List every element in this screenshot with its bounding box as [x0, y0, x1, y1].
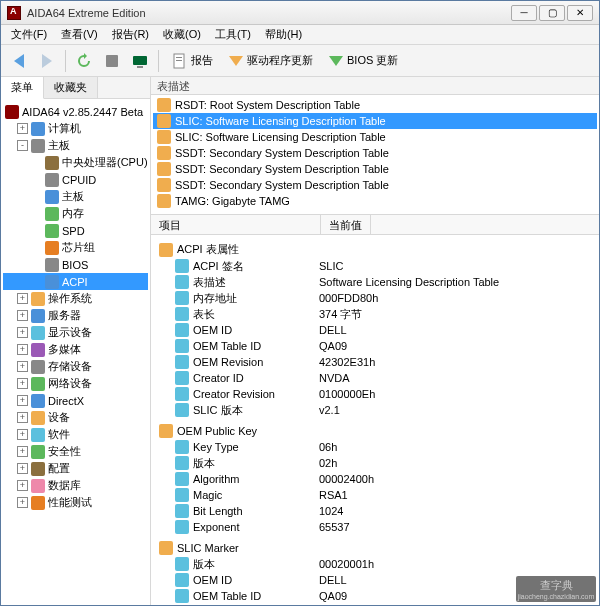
expand-toggle[interactable]: -	[17, 140, 28, 151]
tree-item[interactable]: +配置	[3, 460, 148, 477]
close-button[interactable]: ✕	[567, 5, 593, 21]
tree-item[interactable]: +计算机	[3, 120, 148, 137]
expand-toggle[interactable]: +	[17, 446, 28, 457]
property-row[interactable]: MagicRSA1	[153, 487, 597, 503]
menu-tools[interactable]: 工具(T)	[209, 25, 257, 44]
expand-toggle[interactable]: +	[17, 395, 28, 406]
minimize-button[interactable]: ─	[511, 5, 537, 21]
tree-item[interactable]: +数据库	[3, 477, 148, 494]
description-item[interactable]: SLIC: Software Licensing Description Tab…	[153, 113, 597, 129]
expand-toggle[interactable]: +	[17, 344, 28, 355]
property-key: Key Type	[193, 441, 239, 453]
refresh-button[interactable]	[72, 49, 96, 73]
description-item[interactable]: RSDT: Root System Description Table	[153, 97, 597, 113]
tree-item[interactable]: +性能测试	[3, 494, 148, 511]
menu-report[interactable]: 报告(R)	[106, 25, 155, 44]
description-item[interactable]: SSDT: Secondary System Description Table	[153, 161, 597, 177]
menu-favorites[interactable]: 收藏(O)	[157, 25, 207, 44]
expand-toggle[interactable]: +	[17, 497, 28, 508]
property-row[interactable]: 内存地址000FDD80h	[153, 290, 597, 306]
svg-rect-1	[133, 56, 147, 65]
expand-toggle[interactable]: +	[17, 412, 28, 423]
description-list[interactable]: RSDT: Root System Description TableSLIC:…	[151, 95, 599, 215]
tree-item-label: 性能测试	[48, 495, 92, 510]
menu-file[interactable]: 文件(F)	[5, 25, 53, 44]
property-key: OEM Revision	[193, 356, 263, 368]
property-row[interactable]: Key Type06h	[153, 439, 597, 455]
expand-toggle[interactable]: +	[17, 361, 28, 372]
maximize-button[interactable]: ▢	[539, 5, 565, 21]
menu-help[interactable]: 帮助(H)	[259, 25, 308, 44]
tree-item[interactable]: +操作系统	[3, 290, 148, 307]
tab-menu[interactable]: 菜单	[1, 77, 44, 99]
tree-root[interactable]: AIDA64 v2.85.2447 Beta	[3, 103, 148, 120]
property-row[interactable]: Creator IDNVDA	[153, 370, 597, 386]
property-row[interactable]: 表描述Software Licensing Description Table	[153, 274, 597, 290]
col-value[interactable]: 当前值	[321, 215, 371, 234]
back-button[interactable]	[7, 49, 31, 73]
tree-item[interactable]: +DirectX	[3, 392, 148, 409]
expand-toggle[interactable]: +	[17, 327, 28, 338]
property-row[interactable]: Exponent65537	[153, 519, 597, 535]
property-row[interactable]: Algorithm00002400h	[153, 471, 597, 487]
tree-item[interactable]: +存储设备	[3, 358, 148, 375]
expand-toggle[interactable]: +	[17, 310, 28, 321]
monitor-button[interactable]	[128, 49, 152, 73]
property-row[interactable]: 版本00020001h	[153, 556, 597, 572]
description-item[interactable]: SLIC: Software Licensing Description Tab…	[153, 129, 597, 145]
property-row[interactable]: Bit Length1024	[153, 503, 597, 519]
key-icon	[157, 162, 171, 176]
property-row[interactable]: SLIC 版本v2.1	[153, 402, 597, 418]
tree-item[interactable]: 中央处理器(CPU)	[3, 154, 148, 171]
expand-toggle[interactable]: +	[17, 293, 28, 304]
tab-favorites[interactable]: 收藏夹	[44, 77, 98, 99]
property-row[interactable]: OEM Revision42302E31h	[153, 354, 597, 370]
tree-item[interactable]: +软件	[3, 426, 148, 443]
bios-update-button[interactable]: BIOS 更新	[323, 53, 404, 68]
tree-item[interactable]: +显示设备	[3, 324, 148, 341]
expand-toggle[interactable]: +	[17, 429, 28, 440]
tree-item[interactable]: SPD	[3, 222, 148, 239]
tree-item[interactable]: ACPI	[3, 273, 148, 290]
property-list[interactable]: ACPI 表属性ACPI 签名SLIC表描述Software Licensing…	[151, 235, 599, 606]
arrow-left-icon	[14, 54, 24, 68]
tree-item[interactable]: +服务器	[3, 307, 148, 324]
tree-item-label: 配置	[48, 461, 70, 476]
tree-item[interactable]: -主板	[3, 137, 148, 154]
tree[interactable]: AIDA64 v2.85.2447 Beta +计算机-主板中央处理器(CPU)…	[1, 99, 150, 606]
description-item[interactable]: TAMG: Gigabyte TAMG	[153, 193, 597, 209]
property-value: 02h	[319, 457, 597, 469]
report-button[interactable]: 报告	[165, 53, 219, 69]
property-value: v2.1	[319, 404, 597, 416]
property-row[interactable]: OEM IDDELL	[153, 322, 597, 338]
tree-item[interactable]: 芯片组	[3, 239, 148, 256]
tree-item[interactable]: +设备	[3, 409, 148, 426]
description-item[interactable]: SSDT: Secondary System Description Table	[153, 177, 597, 193]
expand-toggle[interactable]: +	[17, 378, 28, 389]
property-row[interactable]: Creator Revision0100000Eh	[153, 386, 597, 402]
property-row[interactable]: ACPI 签名SLIC	[153, 258, 597, 274]
driver-update-button[interactable]: 驱动程序更新	[223, 53, 319, 68]
tree-item[interactable]: +网络设备	[3, 375, 148, 392]
property-row[interactable]: OEM Table IDQA09	[153, 338, 597, 354]
tree-item[interactable]: +安全性	[3, 443, 148, 460]
description-item[interactable]: SSDT: Secondary System Description Table	[153, 145, 597, 161]
menu-view[interactable]: 查看(V)	[55, 25, 104, 44]
float-button[interactable]	[100, 49, 124, 73]
tree-item-icon	[31, 122, 45, 136]
expand-toggle[interactable]: +	[17, 463, 28, 474]
expand-toggle[interactable]: +	[17, 123, 28, 134]
property-key: OEM Table ID	[193, 590, 261, 602]
tree-item[interactable]: 主板	[3, 188, 148, 205]
tree-item-label: 数据库	[48, 478, 81, 493]
tree-item[interactable]: 内存	[3, 205, 148, 222]
tree-item[interactable]: CPUID	[3, 171, 148, 188]
tree-item[interactable]: +多媒体	[3, 341, 148, 358]
forward-button[interactable]	[35, 49, 59, 73]
col-item[interactable]: 项目	[151, 215, 321, 234]
property-row[interactable]: 版本02h	[153, 455, 597, 471]
key-icon	[157, 146, 171, 160]
expand-toggle[interactable]: +	[17, 480, 28, 491]
property-row[interactable]: 表长374 字节	[153, 306, 597, 322]
tree-item[interactable]: BIOS	[3, 256, 148, 273]
